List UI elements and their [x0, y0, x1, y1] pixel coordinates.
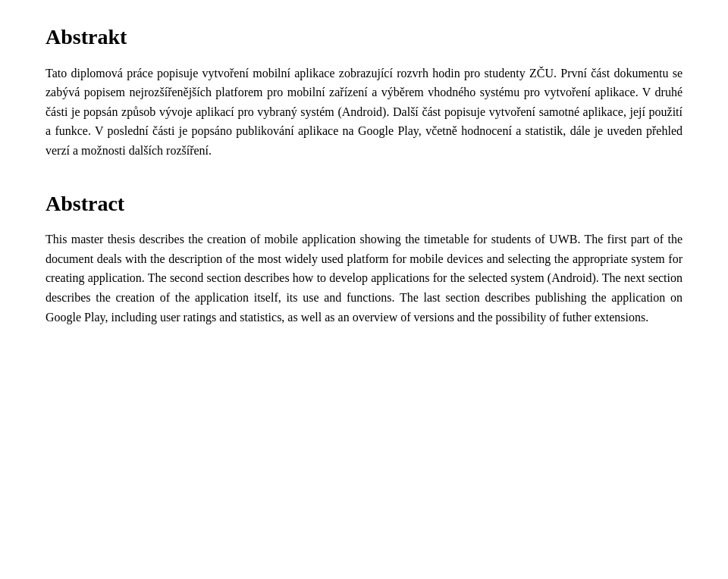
czech-abstract-section: Abstrakt Tato diplomová práce popisuje v… [46, 24, 682, 161]
czech-abstract-body: Tato diplomová práce popisuje vytvoření … [46, 64, 682, 161]
english-abstract-section: Abstract This master thesis describes th… [46, 191, 682, 327]
czech-abstract-title: Abstrakt [46, 24, 682, 50]
english-abstract-body: This master thesis describes the creatio… [46, 230, 682, 327]
english-abstract-title: Abstract [46, 191, 682, 217]
